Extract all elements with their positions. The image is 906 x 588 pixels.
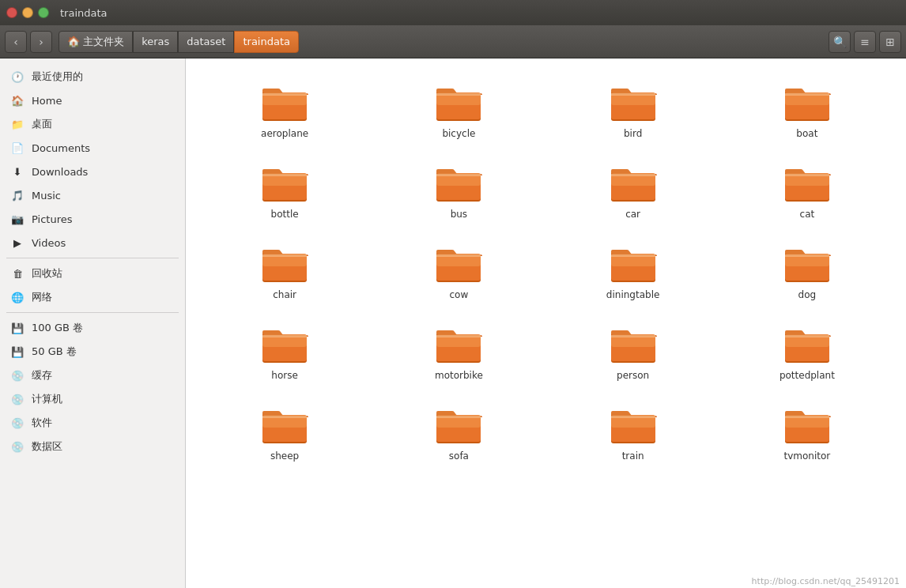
sidebar-item-vol100[interactable]: 💾100 GB 卷 [0, 316, 185, 340]
svg-rect-79 [785, 416, 829, 418]
music-icon: 🎵 [9, 187, 25, 203]
folder-item-bottle[interactable]: bottle [202, 155, 368, 228]
sidebar-item-datazone[interactable]: 💿数据区 [0, 435, 185, 458]
sidebar-label-datazone: 数据区 [32, 439, 62, 454]
sidebar: 🕐最近使用的🏠Home📁桌面📄Documents⬇Downloads🎵Music… [0, 58, 186, 588]
sidebar-item-documents[interactable]: 📄Documents [0, 136, 185, 160]
maximize-button[interactable] [38, 7, 49, 18]
forward-button[interactable]: › [30, 31, 52, 53]
svg-rect-47 [785, 254, 829, 257]
svg-rect-55 [436, 335, 481, 337]
sidebar-item-downloads[interactable]: ⬇Downloads [0, 160, 185, 183]
folder-icon-dog [783, 243, 831, 285]
breadcrumb-item-3[interactable]: traindata [234, 31, 299, 53]
folder-item-aeroplane[interactable]: aeroplane [202, 74, 368, 147]
folder-icon-diningtable [610, 243, 657, 285]
sidebar-item-vol50[interactable]: 💾50 GB 卷 [0, 340, 185, 364]
folder-label-motorbike: motorbike [435, 370, 483, 381]
computer-icon: 💿 [9, 391, 25, 407]
svg-rect-39 [436, 254, 481, 257]
search-button[interactable]: 🔍 [829, 31, 851, 53]
pictures-icon: 📷 [9, 211, 25, 227]
folder-icon-cat [783, 163, 831, 204]
main-area: 🕐最近使用的🏠Home📁桌面📄Documents⬇Downloads🎵Music… [0, 58, 906, 588]
svg-rect-7 [436, 93, 481, 96]
folder-label-cow: cow [449, 289, 468, 300]
folder-icon-tvmonitor [783, 405, 831, 446]
folder-label-aeroplane: aeroplane [261, 128, 308, 139]
folder-item-chair[interactable]: chair [202, 236, 368, 308]
home-icon: 🏠 [9, 92, 25, 108]
svg-rect-71 [436, 416, 481, 418]
content-area: aeroplanebicyclebirdboatbottlebuscarcatc… [186, 58, 906, 588]
folder-item-car[interactable]: car [550, 155, 716, 228]
sidebar-item-pictures[interactable]: 📷Pictures [0, 207, 185, 231]
sidebar-label-network: 网络 [32, 290, 52, 304]
close-button[interactable] [6, 7, 17, 18]
grid-view-button[interactable]: ⊞ [879, 31, 901, 53]
minimize-button[interactable] [22, 7, 33, 18]
sidebar-item-network[interactable]: 🌐网络 [0, 285, 185, 309]
folder-item-bird[interactable]: bird [550, 74, 716, 147]
sidebar-item-recent[interactable]: 🕐最近使用的 [0, 65, 185, 89]
window-controls[interactable] [6, 7, 49, 18]
list-view-button[interactable]: ≡ [854, 31, 876, 53]
sidebar-label-home: Home [32, 95, 62, 107]
statusbar: http://blog.csdn.net/qq_25491201 [746, 575, 906, 588]
breadcrumb-item-1[interactable]: keras [133, 31, 178, 53]
folder-icon-boat [783, 82, 831, 123]
sidebar-label-downloads: Downloads [32, 166, 88, 178]
folder-label-car: car [625, 209, 640, 220]
breadcrumb-item-2[interactable]: dataset [178, 31, 234, 53]
folder-label-bird: bird [624, 128, 642, 139]
folder-item-bus[interactable]: bus [376, 155, 542, 228]
folder-item-diningtable[interactable]: diningtable [550, 236, 716, 308]
folder-label-boat: boat [796, 128, 817, 139]
folder-label-cat: cat [800, 209, 815, 220]
folder-item-sofa[interactable]: sofa [376, 397, 542, 469]
folder-icon-sofa [435, 405, 482, 446]
folder-icon-cow [435, 243, 482, 285]
sidebar-item-software[interactable]: 💿软件 [0, 411, 185, 435]
sidebar-item-computer[interactable]: 💿计算机 [0, 387, 185, 411]
sidebar-label-software: 软件 [32, 416, 52, 430]
sidebar-item-music[interactable]: 🎵Music [0, 183, 185, 207]
folder-label-person: person [617, 370, 649, 381]
sidebar-item-trash[interactable]: 🗑回收站 [0, 262, 185, 285]
svg-rect-35 [262, 254, 307, 257]
sidebar-label-pictures: Pictures [32, 213, 72, 225]
breadcrumb: 🏠 主文件夹kerasdatasettraindata [59, 31, 299, 53]
folder-icon-bicycle [435, 82, 482, 123]
documents-icon: 📄 [9, 140, 25, 156]
svg-rect-15 [785, 93, 829, 96]
folder-item-pottedplant[interactable]: pottedplant [724, 316, 890, 389]
sidebar-item-cache[interactable]: 💿缓存 [0, 364, 185, 387]
folder-item-person[interactable]: person [550, 316, 716, 389]
folder-icon-bus [435, 163, 482, 204]
folder-item-dog[interactable]: dog [724, 236, 890, 308]
svg-rect-59 [611, 335, 655, 337]
folder-label-bus: bus [451, 209, 467, 220]
sidebar-item-videos[interactable]: ▶Videos [0, 231, 185, 254]
folder-item-bicycle[interactable]: bicycle [376, 74, 542, 147]
folder-item-tvmonitor[interactable]: tvmonitor [724, 397, 890, 469]
back-button[interactable]: ‹ [5, 31, 27, 53]
folder-item-horse[interactable]: horse [202, 316, 368, 389]
network-icon: 🌐 [9, 289, 25, 305]
folder-icon-bottle [261, 163, 308, 204]
svg-rect-23 [436, 174, 481, 176]
folder-item-boat[interactable]: boat [724, 74, 890, 147]
folder-item-cat[interactable]: cat [724, 155, 890, 228]
sidebar-item-home[interactable]: 🏠Home [0, 89, 185, 112]
folder-item-cow[interactable]: cow [376, 236, 542, 308]
folder-item-sheep[interactable]: sheep [202, 397, 368, 469]
svg-rect-67 [262, 416, 307, 418]
sidebar-item-desktop[interactable]: 📁桌面 [0, 112, 185, 136]
svg-rect-27 [611, 174, 655, 176]
folder-icon-horse [261, 324, 308, 365]
status-url: http://blog.csdn.net/qq_25491201 [752, 576, 900, 586]
folder-item-motorbike[interactable]: motorbike [376, 316, 542, 389]
breadcrumb-item-0[interactable]: 🏠 主文件夹 [59, 31, 133, 53]
folder-item-train[interactable]: train [550, 397, 716, 469]
sidebar-label-trash: 回收站 [32, 266, 62, 281]
